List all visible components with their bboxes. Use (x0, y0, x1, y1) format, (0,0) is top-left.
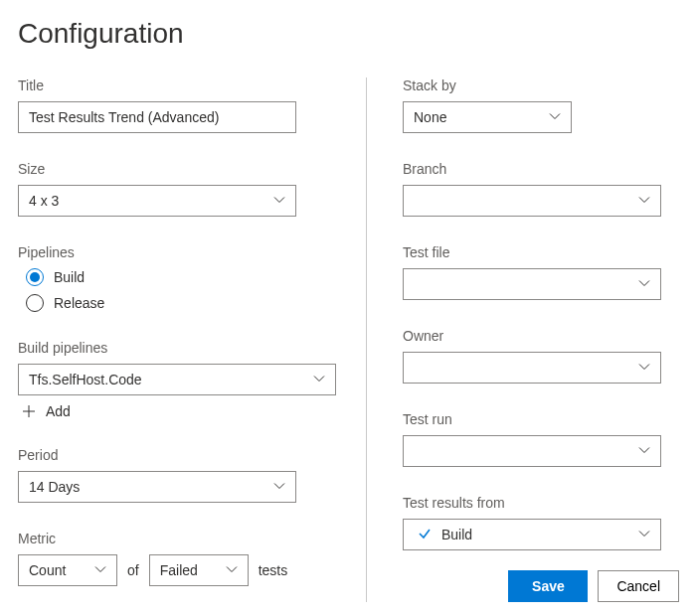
radio-label: Build (54, 269, 85, 285)
metric-status-dropdown[interactable]: Failed (149, 554, 249, 586)
build-pipelines-group: Build pipelines Tfs.SelfHost.Code Add (18, 340, 330, 419)
resultsfrom-group: Test results from Build (403, 495, 679, 550)
chevron-down-icon (226, 562, 238, 578)
stackby-dropdown[interactable]: None (403, 101, 572, 133)
branch-label: Branch (403, 161, 679, 177)
chevron-down-icon (638, 443, 650, 459)
size-dropdown[interactable]: 4 x 3 (18, 185, 296, 217)
owner-dropdown[interactable] (403, 352, 661, 384)
build-pipelines-dropdown[interactable]: Tfs.SelfHost.Code (18, 364, 336, 395)
metric-label: Metric (18, 531, 330, 546)
title-group: Title (18, 77, 330, 133)
cancel-button[interactable]: Cancel (598, 570, 679, 602)
pipelines-radio-build[interactable]: Build (18, 268, 330, 286)
add-label: Add (46, 403, 71, 419)
resultsfrom-label: Test results from (403, 495, 679, 511)
page-title: Configuration (18, 18, 679, 50)
size-group: Size 4 x 3 (18, 161, 330, 217)
testfile-dropdown[interactable] (403, 268, 661, 300)
chevron-down-icon (638, 360, 650, 376)
pipelines-group: Pipelines Build Release (18, 244, 330, 312)
chevron-down-icon (313, 372, 325, 387)
period-dropdown[interactable]: 14 Days (18, 471, 296, 503)
period-group: Period 14 Days (18, 447, 330, 503)
chevron-down-icon (638, 276, 650, 292)
metric-tests-text: tests (259, 562, 288, 578)
metric-count-value: Count (29, 562, 66, 578)
testrun-label: Test run (403, 411, 679, 427)
chevron-down-icon (638, 527, 650, 542)
stackby-label: Stack by (403, 77, 679, 93)
chevron-down-icon (273, 479, 285, 495)
resultsfrom-dropdown[interactable]: Build (403, 519, 661, 550)
add-pipeline-button[interactable]: Add (18, 395, 330, 419)
size-label: Size (18, 161, 330, 177)
testrun-dropdown[interactable] (403, 435, 661, 467)
pipelines-radio-release[interactable]: Release (18, 294, 330, 312)
resultsfrom-value: Build (441, 527, 472, 542)
columns: Title Size 4 x 3 Pipelines Build Release (18, 77, 679, 602)
branch-group: Branch (403, 161, 679, 217)
radio-icon (26, 268, 44, 286)
build-pipelines-label: Build pipelines (18, 340, 330, 356)
testfile-group: Test file (403, 244, 679, 300)
chevron-down-icon (273, 193, 285, 209)
owner-label: Owner (403, 328, 679, 344)
chevron-down-icon (549, 109, 561, 125)
footer: Save Cancel (403, 570, 679, 602)
period-label: Period (18, 447, 330, 463)
chevron-down-icon (638, 193, 650, 209)
chevron-down-icon (94, 562, 106, 578)
pipelines-label: Pipelines (18, 244, 330, 260)
metric-status-value: Failed (160, 562, 198, 578)
period-value: 14 Days (29, 479, 80, 495)
check-icon (418, 527, 432, 543)
testrun-group: Test run (403, 411, 679, 467)
metric-count-dropdown[interactable]: Count (18, 554, 117, 586)
metric-of-text: of (127, 562, 139, 578)
title-label: Title (18, 77, 330, 93)
metric-group: Metric Count of Failed tests (18, 531, 330, 586)
stackby-value: None (414, 109, 446, 125)
size-value: 4 x 3 (29, 193, 59, 209)
radio-icon (26, 294, 44, 312)
right-column: Stack by None Branch Test file (366, 77, 679, 602)
plus-icon (22, 404, 36, 418)
owner-group: Owner (403, 328, 679, 384)
save-button[interactable]: Save (508, 570, 588, 602)
metric-row: Count of Failed tests (18, 554, 330, 586)
title-input[interactable] (18, 101, 296, 133)
stackby-group: Stack by None (403, 77, 679, 133)
left-column: Title Size 4 x 3 Pipelines Build Release (18, 77, 366, 602)
branch-dropdown[interactable] (403, 185, 661, 217)
testfile-label: Test file (403, 244, 679, 260)
radio-label: Release (54, 295, 104, 311)
build-pipelines-value: Tfs.SelfHost.Code (29, 372, 142, 387)
